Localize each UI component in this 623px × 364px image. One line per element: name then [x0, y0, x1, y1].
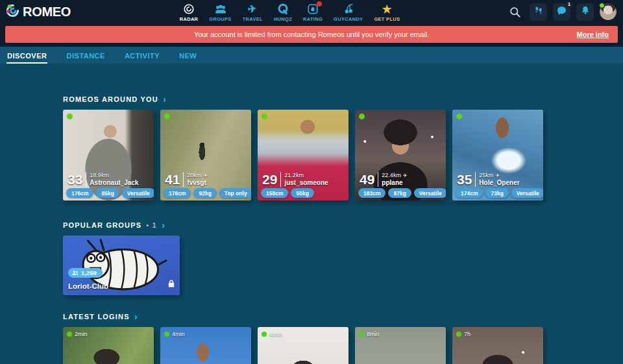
tab-new[interactable]: NEW	[178, 49, 197, 64]
profile-info: 35 25km✈ Hole_Opener	[457, 172, 520, 187]
online-indicator	[164, 332, 169, 337]
profile-badges: 174cm 73kg Versatile	[456, 188, 543, 198]
login-card[interactable]: 8min	[355, 327, 446, 364]
section-title: POPULAR GROUPS	[63, 221, 141, 229]
divider	[475, 172, 476, 187]
members-icon	[72, 270, 79, 276]
divider	[86, 172, 86, 187]
rating-notification-badge	[317, 1, 322, 6]
nav-label: RADAR	[180, 16, 199, 22]
banner-text: Your account is limited from contacting …	[194, 30, 429, 38]
groups-icon	[214, 3, 227, 16]
nav-item-guycandy[interactable]: GUYCANDY	[334, 3, 363, 22]
weight-badge: 73kg	[485, 188, 508, 198]
tab-discover[interactable]: DISCOVER	[6, 49, 47, 64]
profile-card[interactable]: 35 25km✈ Hole_Opener 174cm 73kg Versatil…	[452, 110, 543, 200]
around-card-row: 33 18.9km Astronaut_Jack 176cm 85kg Vers…	[63, 110, 623, 200]
section-popular-groups[interactable]: POPULAR GROUPS • 1 ›	[63, 221, 623, 229]
profile-name: Hole_Opener	[479, 179, 519, 187]
profile-age: 29	[262, 173, 277, 186]
height-badge: 158cm	[261, 188, 288, 198]
messages-button[interactable]: 1	[553, 3, 570, 21]
profile-distance: 20km	[187, 172, 201, 179]
height-badge: 176cm	[164, 188, 191, 198]
chevron-right-icon: ›	[162, 222, 165, 228]
section-title: LATEST LOGINS	[63, 313, 130, 321]
travel-icon: ✈	[203, 173, 208, 179]
visitors-button[interactable]	[530, 3, 547, 21]
nav-right: 1	[509, 3, 623, 21]
section-romeos-around-you[interactable]: ROMEOS AROUND YOU ›	[63, 95, 623, 103]
online-indicator	[262, 332, 267, 337]
top-bar: ROMEO RADAR GROUPS	[0, 0, 623, 47]
radar-icon	[183, 3, 195, 16]
login-card[interactable]: 4min	[258, 327, 348, 364]
position-badge: Top only	[219, 188, 251, 198]
lock-icon	[168, 278, 175, 290]
nav-label: GROUPS	[209, 16, 231, 22]
profile-photo	[452, 110, 543, 200]
groups-count: • 1	[146, 221, 157, 229]
group-members-badge: 1,259	[68, 268, 103, 278]
profile-name: just_someone	[284, 179, 328, 187]
tab-distance[interactable]: DISTANCE	[66, 49, 105, 64]
profile-badges: 176cm 92kg Top only	[164, 188, 251, 198]
profile-card[interactable]: 29 21.2km just_someone 158cm 50kg	[258, 110, 348, 200]
search-icon[interactable]	[509, 6, 521, 18]
profile-age: 41	[165, 173, 180, 186]
nav-label: TRAVEL	[243, 16, 263, 22]
profile-info: 33 18.9km Astronaut_Jack	[67, 172, 138, 187]
height-badge: 176cm	[66, 188, 93, 198]
chevron-right-icon: ›	[163, 96, 167, 103]
online-indicator	[359, 332, 364, 337]
nav-item-travel[interactable]: ✈ TRAVEL	[243, 3, 263, 22]
romeo-logo-icon	[5, 3, 21, 21]
nav-item-rating[interactable]: RATING	[303, 3, 323, 22]
login-card[interactable]: 4min	[160, 327, 251, 364]
messages-count-badge: 1	[565, 1, 573, 8]
online-indicator	[67, 114, 73, 119]
group-name: Loriot-Club	[68, 282, 108, 290]
profile-photo	[355, 110, 446, 200]
romeo-logo[interactable]: ROMEO	[0, 3, 71, 21]
guycandy-cherries-icon	[343, 3, 354, 16]
login-card[interactable]: 7h	[452, 327, 543, 364]
profile-avatar[interactable]	[600, 3, 617, 20]
profile-distance: 22.4km	[382, 172, 401, 179]
notifications-button[interactable]	[576, 3, 594, 21]
verify-email-banner: Your account is limited from contacting …	[5, 26, 618, 43]
last-login-time: 4min	[164, 331, 185, 337]
profile-photo	[258, 110, 348, 200]
profile-name: fvvsgt	[187, 179, 208, 187]
nav-item-hunqz[interactable]: HUNQZ	[274, 3, 292, 22]
online-indicator	[262, 114, 267, 119]
section-title: ROMEOS AROUND YOU	[63, 95, 158, 103]
weight-badge: 85kg	[96, 188, 119, 198]
rating-icon	[307, 3, 319, 16]
profile-badges: 176cm 85kg Versatile	[66, 188, 154, 198]
profile-card[interactable]: 41 20km✈ fvvsgt 176cm 92kg Top only	[160, 110, 251, 200]
profile-card[interactable]: 49 22.4km✈ pplane 183cm 87kg Versatile	[355, 110, 446, 200]
profile-distance: 18.9km	[90, 172, 109, 179]
travel-plane-icon: ✈	[248, 3, 257, 16]
nav-item-get-plus[interactable]: ★ GET PLUS	[374, 3, 400, 22]
login-card[interactable]: 2min	[63, 327, 154, 364]
last-login-time: 7h	[456, 331, 470, 337]
divider	[378, 172, 378, 187]
more-info-link[interactable]: More info	[577, 30, 609, 38]
main-nav: RADAR GROUPS ✈ TRAVEL	[71, 2, 509, 22]
profile-card[interactable]: 33 18.9km Astronaut_Jack 176cm 85kg Vers…	[63, 110, 154, 200]
online-indicator	[164, 114, 170, 119]
nav-item-radar[interactable]: RADAR	[180, 3, 199, 22]
profile-name: Astronaut_Jack	[90, 179, 138, 187]
plus-star-icon: ★	[382, 3, 393, 16]
nav-item-groups[interactable]: GROUPS	[209, 3, 231, 22]
group-card[interactable]: 1,259 Loriot-Club	[63, 236, 180, 295]
tab-activity[interactable]: ACTIVITY	[124, 49, 160, 64]
chevron-right-icon: ›	[134, 313, 138, 320]
profile-photo	[160, 110, 251, 200]
profile-age: 35	[457, 173, 472, 186]
section-latest-logins[interactable]: LATEST LOGINS ›	[63, 313, 623, 321]
nav-label: HUNQZ	[274, 16, 292, 22]
online-indicator	[359, 114, 365, 119]
